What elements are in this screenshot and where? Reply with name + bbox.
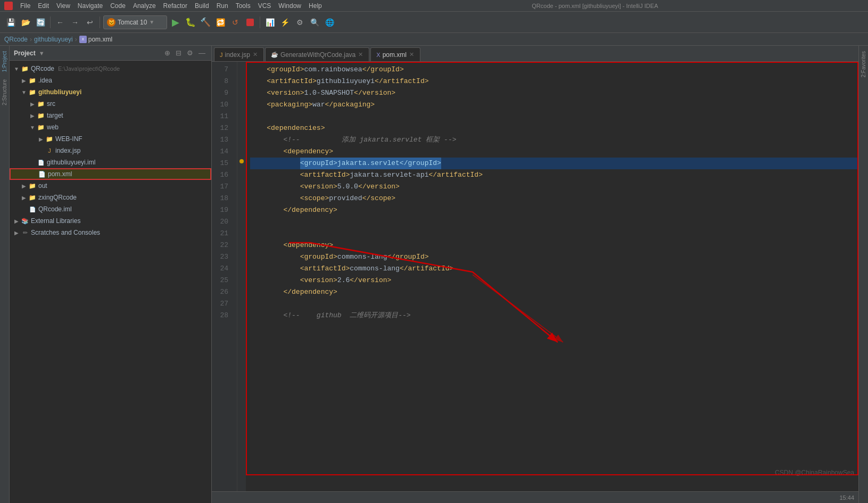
toolbar-open[interactable]: 📂 bbox=[19, 16, 32, 29]
run-config-dropdown[interactable]: 🐱 Tomcat 10 ▼ bbox=[103, 15, 167, 29]
tree-arrow-githubliuyueyi: ▼ bbox=[21, 89, 27, 95]
panel-minimize-icon[interactable]: — bbox=[197, 48, 207, 57]
panel-layout-icon[interactable]: ⊟ bbox=[174, 48, 183, 57]
tree-item-out[interactable]: ▶ 📁 out bbox=[10, 180, 211, 192]
menu-code[interactable]: Code bbox=[107, 1, 129, 11]
breadcrumb-sep-1: › bbox=[30, 36, 32, 43]
tree-item-external-libs[interactable]: ▶ 📚 External Libraries bbox=[10, 215, 211, 227]
tree-arrow-src: ▶ bbox=[30, 101, 35, 106]
panel-add-icon[interactable]: ⊕ bbox=[163, 48, 172, 57]
tab-index-jsp[interactable]: J index.jsp ✕ bbox=[214, 47, 264, 61]
translate-button[interactable]: 🌐 bbox=[323, 16, 336, 29]
build-button[interactable]: 🔨 bbox=[199, 16, 212, 29]
panel-dropdown-arrow[interactable]: ▼ bbox=[39, 50, 45, 56]
tree-arrow-qrcode: ▼ bbox=[14, 66, 19, 71]
toolbar-recent[interactable]: ↩ bbox=[84, 16, 96, 29]
tree-item-pom-xml[interactable]: 📄 pom.xml bbox=[10, 168, 211, 180]
gutter-22 bbox=[237, 237, 246, 249]
menu-analyze[interactable]: Analyze bbox=[130, 1, 159, 11]
pom-xml-icon: 📄 bbox=[38, 170, 46, 178]
reload-alt-button[interactable]: ↺ bbox=[229, 16, 242, 29]
code-line-9: < version > 1.0-SNAPSHOT </ version > bbox=[250, 87, 858, 99]
gutter-10 bbox=[237, 97, 246, 109]
sidebar-tab-structure[interactable]: 2:Structure bbox=[1, 76, 9, 109]
tab-close-generatewithqrcode[interactable]: ✕ bbox=[358, 51, 363, 59]
sidebar-tab-favorites[interactable]: 2:Favorites bbox=[859, 48, 867, 80]
panel-settings-icon[interactable]: ⚙ bbox=[185, 48, 195, 57]
line-num-28: 28 bbox=[212, 310, 233, 321]
menu-navigate[interactable]: Navigate bbox=[75, 1, 106, 11]
gutter-28 bbox=[237, 308, 246, 319]
menu-build[interactable]: Build bbox=[192, 1, 212, 11]
code-area[interactable]: < groupId > com.rainbowsea </ groupId > … bbox=[246, 62, 858, 491]
code-line-10: < packaging > war </ packaging > bbox=[250, 99, 858, 111]
tree-item-qrcode-iml[interactable]: 📄 QRcode.iml bbox=[10, 203, 211, 215]
tab-generatewithqrcode[interactable]: ☕ GenerateWithQrCode.java ✕ bbox=[265, 47, 369, 61]
line-num-17: 17 bbox=[212, 181, 233, 193]
githubliuyueyi-iml-icon: 📄 bbox=[37, 158, 45, 167]
menu-file[interactable]: File bbox=[17, 1, 34, 11]
tree-arrow-external-libs: ▶ bbox=[14, 218, 19, 224]
gutter-15 bbox=[237, 155, 246, 167]
menu-window[interactable]: Window bbox=[275, 1, 304, 11]
tree-item-zxingqrcode[interactable]: ▶ 📁 zxingQRcode bbox=[10, 192, 211, 203]
tree-arrow-webinf: ▶ bbox=[38, 136, 44, 142]
run-button[interactable]: ▶ bbox=[169, 16, 182, 29]
tree-label-qrcode-iml: QRcode.iml bbox=[38, 205, 72, 213]
toolbar-save[interactable]: 💾 bbox=[4, 16, 17, 29]
menu-edit[interactable]: Edit bbox=[35, 1, 52, 11]
toolbar-sync[interactable]: 🔄 bbox=[34, 16, 47, 29]
gutter-11 bbox=[237, 109, 246, 120]
coverage-button[interactable]: 📊 bbox=[263, 16, 276, 29]
tree-item-githubliuyueyi[interactable]: ▼ 📁 githubliuyueyi bbox=[10, 86, 211, 98]
reload-button[interactable]: 🔁 bbox=[214, 16, 227, 29]
tree-item-idea[interactable]: ▶ 📁 .idea bbox=[10, 75, 211, 86]
line-num-22: 22 bbox=[212, 240, 233, 251]
editor-content: 7 8 9 10 11 12 13 14 15 16 17 18 19 20 2… bbox=[212, 62, 858, 491]
tree-item-webinf[interactable]: ▶ 📁 WEB-INF bbox=[10, 133, 211, 145]
tree-arrow-scratches: ▶ bbox=[14, 230, 19, 235]
tab-close-index-jsp[interactable]: ✕ bbox=[252, 51, 258, 59]
sidebar-tab-project[interactable]: 1:Project bbox=[1, 48, 9, 75]
menu-tools[interactable]: Tools bbox=[233, 1, 254, 11]
code-line-7: < groupId > com.rainbowsea </ groupId > bbox=[250, 64, 858, 76]
tab-label-pom-xml: pom.xml bbox=[383, 51, 407, 59]
line-num-16: 16 bbox=[212, 169, 233, 181]
menu-vcs[interactable]: VCS bbox=[255, 1, 275, 11]
menu-view[interactable]: View bbox=[53, 1, 73, 11]
profile-button[interactable]: ⚡ bbox=[278, 16, 291, 29]
panel-header: Project ▼ ⊕ ⊟ ⚙ — bbox=[10, 46, 211, 61]
toolbar-forward[interactable]: → bbox=[69, 16, 81, 29]
tab-label-generatewithqrcode: GenerateWithQrCode.java bbox=[280, 51, 356, 59]
gutter-19 bbox=[237, 202, 246, 214]
search-everywhere-button[interactable]: 🔍 bbox=[308, 16, 321, 29]
stop-button[interactable] bbox=[244, 16, 257, 29]
tree-item-web[interactable]: ▼ 📁 web bbox=[10, 121, 211, 133]
toolbar-back[interactable]: ← bbox=[54, 16, 67, 29]
tree-item-src[interactable]: ▶ 📁 src bbox=[10, 98, 211, 110]
line-num-10: 10 bbox=[212, 99, 233, 111]
tab-close-pom-xml[interactable]: ✕ bbox=[409, 51, 415, 59]
tree-item-target[interactable]: ▶ 📁 target bbox=[10, 110, 211, 121]
line-num-11: 11 bbox=[212, 111, 233, 122]
out-folder-icon: 📁 bbox=[28, 182, 37, 190]
tree-label-qrcode: QRcode bbox=[31, 65, 54, 72]
breadcrumb-qrcode[interactable]: QRcode bbox=[4, 36, 28, 43]
menu-help[interactable]: Help bbox=[305, 1, 325, 11]
tree-item-indexjsp[interactable]: J index.jsp bbox=[10, 145, 211, 156]
tree-label-scratches: Scratches and Consoles bbox=[31, 229, 100, 236]
breadcrumb-githubliuyueyi[interactable]: githubliuyueyi bbox=[34, 36, 73, 43]
gutter-17 bbox=[237, 179, 246, 191]
tree-item-githubliuyueyi-iml[interactable]: 📄 githubliuyueyi.iml bbox=[10, 156, 211, 168]
tree-item-scratches[interactable]: ▶ ✏ Scratches and Consoles bbox=[10, 227, 211, 238]
settings-button[interactable]: ⚙ bbox=[293, 16, 306, 29]
separator-3 bbox=[260, 17, 260, 28]
code-line-14: < dependency > bbox=[250, 146, 858, 158]
code-line-22: < dependency > bbox=[250, 240, 858, 251]
tab-pom-xml[interactable]: X pom.xml ✕ bbox=[370, 47, 420, 61]
tree-item-qrcode[interactable]: ▼ 📁 QRcode E:\Java\project\QRcode bbox=[10, 63, 211, 75]
menu-run[interactable]: Run bbox=[213, 1, 232, 11]
debug-button[interactable]: 🐛 bbox=[184, 16, 197, 29]
tree-label-webinf: WEB-INF bbox=[55, 135, 82, 143]
menu-refactor[interactable]: Refactor bbox=[160, 1, 191, 11]
